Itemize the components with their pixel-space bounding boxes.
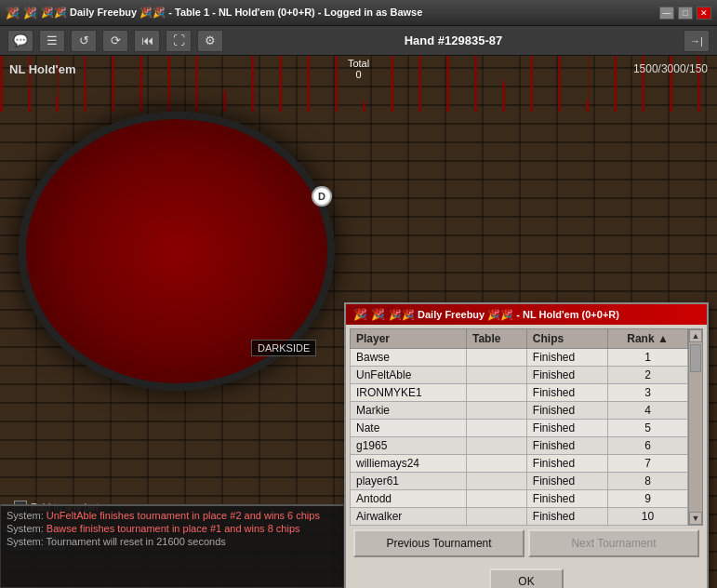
table-row: UnFeltAble Finished 2 xyxy=(351,367,688,384)
player-chips-status: Finished xyxy=(526,420,607,437)
settings-icon[interactable]: ⚙ xyxy=(197,30,223,52)
col-chips: Chips xyxy=(526,329,607,349)
rewind-icon[interactable]: ⏮ xyxy=(134,30,160,52)
player-name: IRONMYKE1 xyxy=(351,384,467,402)
title-emoji2: 🎉 xyxy=(23,7,37,20)
player-name: Bawse xyxy=(351,349,467,367)
player-table xyxy=(466,420,526,437)
chat-highlight-1: UnFeltAble finishes tournament in place … xyxy=(46,510,320,521)
title-emoji1: 🎉 xyxy=(6,7,20,20)
tournament-title-bar: 🎉 🎉 🎉🎉 Daily Freebuy 🎉🎉 - NL Hold'em (0+… xyxy=(346,304,707,325)
window-controls: — □ ✕ xyxy=(659,7,711,20)
table-row: g1965 Finished 6 xyxy=(351,437,688,455)
scroll-down-arrow[interactable]: ▼ xyxy=(689,512,702,525)
hand-number: Hand #129835-87 xyxy=(229,33,678,47)
player-name: g1965 xyxy=(351,437,467,455)
scroll-up-arrow[interactable]: ▲ xyxy=(689,329,702,342)
header-row: Player Table Chips Rank ▲ xyxy=(351,329,688,349)
rebuy-icon[interactable]: ⟳ xyxy=(102,30,128,52)
toolbar: 💬 ☰ ↺ ⟳ ⏮ ⛶ ⚙ Hand #129835-87 →| xyxy=(0,26,717,56)
tournament-overlay: 🎉 🎉 🎉🎉 Daily Freebuy 🎉🎉 - NL Hold'em (0+… xyxy=(344,302,709,588)
menu-icon[interactable]: ☰ xyxy=(39,30,65,52)
chat-line-1: System: UnFeltAble finishes tournament i… xyxy=(7,510,338,521)
total-label: Total xyxy=(348,58,369,69)
scroll-thumb[interactable] xyxy=(690,344,701,372)
player-rank: 3 xyxy=(608,384,688,402)
table-scroll-area: Player Table Chips Rank ▲ Bawse Finished… xyxy=(350,328,703,526)
ok-button[interactable]: OK xyxy=(489,568,564,588)
player-table xyxy=(466,384,526,402)
chat-system-prefix-1: System: xyxy=(7,510,46,521)
nav-buttons: Previous Tournament Next Tournament xyxy=(350,526,703,561)
minimize-button[interactable]: — xyxy=(659,7,674,20)
col-table: Table xyxy=(466,329,526,349)
player-darkside: DARKSIDE xyxy=(251,340,316,356)
player-rank: 1 xyxy=(608,349,688,367)
blinds: 1500/3000/150 xyxy=(633,62,708,75)
results-thead: Player Table Chips Rank ▲ xyxy=(351,329,688,349)
player-chips-status: Finished xyxy=(526,349,607,367)
chat-log: System: UnFeltAble finishes tournament i… xyxy=(0,504,344,588)
player-name: player61 xyxy=(351,473,467,490)
player-table xyxy=(466,437,526,455)
game-type: NL Hold'em xyxy=(9,62,75,76)
table-row: player61 Finished 8 xyxy=(351,473,688,490)
window-title: 🎉🎉 Daily Freebuy 🎉🎉 - Table 1 - NL Hold'… xyxy=(41,7,422,19)
next-tournament-button[interactable]: Next Tournament xyxy=(528,529,699,557)
prev-tournament-button[interactable]: Previous Tournament xyxy=(353,529,524,557)
dealer-button: D xyxy=(312,186,332,207)
player-rank: 7 xyxy=(608,455,688,473)
table-row: williemays24 Finished 7 xyxy=(351,455,688,473)
game-area: NL Hold'em Total 0 1500/3000/150 D DARKS… xyxy=(0,56,717,588)
player-table xyxy=(466,490,526,508)
player-rank: 5 xyxy=(608,420,688,437)
player-name: UnFeltAble xyxy=(351,367,467,384)
table-row: Nate Finished 5 xyxy=(351,420,688,437)
player-chips-status: Finished xyxy=(526,508,607,526)
chat-line-3: System: Tournament will reset in 21600 s… xyxy=(7,536,338,547)
player-table xyxy=(466,455,526,473)
chat-system-prefix-3: System: xyxy=(7,536,46,547)
player-rank: 10 xyxy=(608,508,688,526)
close-button[interactable]: ✕ xyxy=(697,7,711,20)
title-bar: 🎉 🎉 🎉🎉 Daily Freebuy 🎉🎉 - Table 1 - NL H… xyxy=(0,0,717,26)
t-emoji1: 🎉 xyxy=(353,308,367,321)
table-row: Antodd Finished 9 xyxy=(351,490,688,508)
fullscreen-icon[interactable]: ⛶ xyxy=(166,30,192,52)
table-scrollbar[interactable]: ▲ ▼ xyxy=(688,328,703,526)
player-table xyxy=(466,349,526,367)
refresh-icon[interactable]: ↺ xyxy=(71,30,97,52)
player-name: Airwalker xyxy=(351,508,467,526)
table-row: Markie Finished 4 xyxy=(351,402,688,420)
maximize-button[interactable]: □ xyxy=(678,7,693,20)
title-bar-text: 🎉 🎉 🎉🎉 Daily Freebuy 🎉🎉 - Table 1 - NL H… xyxy=(6,7,422,20)
tournament-title: 🎉🎉 Daily Freebuy 🎉🎉 - NL Hold'em (0+0+R) xyxy=(389,309,619,321)
player-rank: 9 xyxy=(608,490,688,508)
player-name: Antodd xyxy=(351,490,467,508)
total-value: 0 xyxy=(348,69,369,80)
player-chips-status: Finished xyxy=(526,473,607,490)
player-rank: 4 xyxy=(608,402,688,420)
player-name: williemays24 xyxy=(351,455,467,473)
player-chips-status: Finished xyxy=(526,384,607,402)
player-table xyxy=(466,402,526,420)
chat-highlight-3: Tournament will reset in 21600 seconds xyxy=(46,536,226,547)
chat-system-prefix-2: System: xyxy=(7,523,46,534)
player-table xyxy=(466,473,526,490)
chat-icon[interactable]: 💬 xyxy=(7,30,33,52)
player-table xyxy=(466,508,526,526)
player-chips-status: Finished xyxy=(526,490,607,508)
player-chips-status: Finished xyxy=(526,367,607,384)
ok-area: OK xyxy=(350,561,703,588)
player-table xyxy=(466,367,526,384)
logout-icon[interactable]: →| xyxy=(684,30,710,52)
player-name: Nate xyxy=(351,420,467,437)
col-player: Player xyxy=(351,329,467,349)
player-name: Markie xyxy=(351,402,467,420)
col-rank[interactable]: Rank ▲ xyxy=(608,329,688,349)
results-table: Player Table Chips Rank ▲ Bawse Finished… xyxy=(350,328,688,526)
total-pot: Total 0 xyxy=(348,58,369,80)
player-rank: 2 xyxy=(608,367,688,384)
table-row: Airwalker Finished 10 xyxy=(351,508,688,526)
player-chips-status: Finished xyxy=(526,402,607,420)
